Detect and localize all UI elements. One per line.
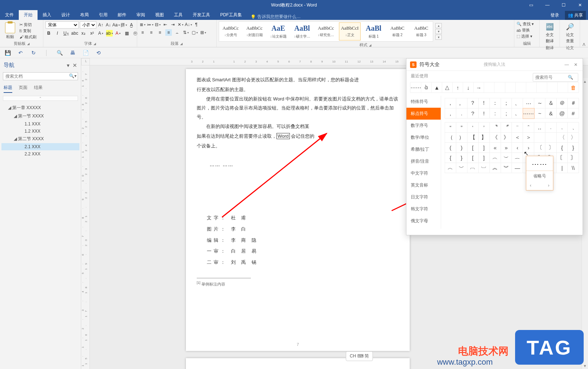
symbol-cell[interactable]: 〔 xyxy=(534,143,545,153)
tell-me-search[interactable]: 💡 告诉我您想要做什么… xyxy=(251,14,301,20)
symbol-category[interactable]: 日文字符 xyxy=(406,191,441,203)
recent-symbol[interactable]: ɑ̀ xyxy=(421,82,432,93)
symbol-cell[interactable]: : xyxy=(490,108,501,119)
align-center-icon[interactable]: ≡ xyxy=(148,29,154,36)
recent-symbol-empty[interactable] xyxy=(484,82,495,93)
para-dialog-icon[interactable]: ◢ xyxy=(180,42,183,46)
symbol-cell[interactable]: ︿ xyxy=(445,163,456,173)
symbol-cell[interactable]: # xyxy=(568,108,579,119)
numbering-icon[interactable]: ≔ xyxy=(147,21,153,28)
nav-tab-results[interactable]: 结果 xyxy=(34,85,43,93)
recent-symbol-empty[interactable] xyxy=(505,82,516,93)
symbol-cell[interactable]: 》 xyxy=(501,133,512,143)
symbol-cell[interactable]: ＠ xyxy=(557,98,568,108)
tab-home[interactable]: 开始 xyxy=(19,10,38,20)
symbol-cell[interactable]: ‥ xyxy=(534,123,545,133)
symbol-cell[interactable]: { xyxy=(557,143,568,153)
symbol-cell[interactable]: › xyxy=(523,143,534,153)
symbol-category[interactable]: 拼音/注音 xyxy=(406,155,441,167)
borders-icon[interactable]: ⊞ xyxy=(200,29,206,36)
symbol-cell[interactable]: ? xyxy=(467,108,479,119)
symbol-cell[interactable]: « xyxy=(490,143,501,153)
symbol-cell[interactable] xyxy=(534,133,545,143)
symbol-cell[interactable]: ‘ xyxy=(467,123,479,133)
paste-button[interactable]: 粘贴 xyxy=(2,22,18,39)
search-icon[interactable]: 🔍▾ xyxy=(69,73,77,78)
tooltip-next-icon[interactable]: › xyxy=(548,183,549,188)
nav-tree-node[interactable]: 2.1 XXX xyxy=(1,143,79,150)
style-item[interactable]: AaBl标题 1 xyxy=(363,22,384,40)
symbol-cell[interactable]: 〉 xyxy=(568,133,579,143)
symbol-cell[interactable]: ︽ xyxy=(490,163,501,173)
symbol-cell[interactable]: — xyxy=(512,163,523,173)
qat-field-icon[interactable]: ⟲ xyxy=(95,50,102,56)
symbol-cell[interactable]: { xyxy=(445,153,456,163)
nav-search-input[interactable] xyxy=(3,72,78,80)
document-page-next[interactable] xyxy=(186,358,410,369)
scroll-down-icon[interactable]: ▼ xyxy=(582,362,588,369)
qat-save-icon[interactable]: 💾 xyxy=(4,50,11,56)
strike-icon[interactable]: abc xyxy=(71,30,78,37)
asian-layout-icon[interactable]: ✕ xyxy=(177,21,184,28)
bold-icon[interactable]: B xyxy=(45,30,52,37)
symbol-cell[interactable]: ; xyxy=(501,108,512,119)
sym-close-icon[interactable]: ✕ xyxy=(572,61,579,68)
recent-symbol-empty[interactable] xyxy=(495,82,505,93)
nav-expand-button[interactable]: ⌃ xyxy=(3,96,78,101)
style-more-button[interactable]: ▾ xyxy=(435,35,442,40)
symbol-cell[interactable]: ( xyxy=(445,143,456,153)
symbol-cell[interactable]: ︹ xyxy=(467,163,479,173)
font-size-select[interactable]: 小四 xyxy=(80,21,96,29)
symbol-cell[interactable]: ︷ xyxy=(512,153,523,163)
translate-button[interactable]: 🔤 全文 翻译 xyxy=(542,21,557,44)
symbol-cell[interactable]: 。 xyxy=(456,98,467,108)
document-page[interactable]: 图表或 SmartArt 图形时会更改以匹配新的主题。当应用样式时，您的标题会进… xyxy=(186,69,410,351)
style-scroll-up[interactable]: ▴ xyxy=(435,23,442,28)
style-item[interactable]: AaBbCc↓研究生… xyxy=(315,22,337,40)
symbol-cell[interactable]: ： xyxy=(490,98,501,108)
increase-font-icon[interactable]: A↑ xyxy=(97,22,104,28)
tab-mailings[interactable]: 邮件 xyxy=(113,10,131,20)
symbol-search-input[interactable] xyxy=(535,75,568,80)
sym-minimize-icon[interactable]: — xyxy=(563,61,570,68)
symbol-cell[interactable]: ﹀ xyxy=(456,163,467,173)
nav-tab-headings[interactable]: 标题 xyxy=(4,85,12,93)
symbol-cell[interactable]: ~ xyxy=(534,108,545,119)
tab-pdf[interactable]: PDF工具集 xyxy=(215,10,247,20)
symbol-cell[interactable]: } xyxy=(568,143,579,153)
recent-symbol[interactable]: △ xyxy=(442,82,453,93)
symbol-cell[interactable]: } xyxy=(456,153,467,163)
minimize-icon[interactable]: — xyxy=(539,0,556,10)
symbol-cell[interactable]: @ xyxy=(557,108,568,119)
indent-dec-icon[interactable]: ⇤ xyxy=(162,21,169,28)
multilevel-icon[interactable]: ⊟ xyxy=(154,21,161,28)
qat-print-icon[interactable]: 🖶 xyxy=(69,50,76,56)
subscript-icon[interactable]: x₂ xyxy=(80,30,87,37)
font-color-icon[interactable]: A xyxy=(115,30,121,37)
symbol-cell[interactable]: 】 xyxy=(479,133,490,143)
symbol-cell[interactable]: 、 xyxy=(512,98,523,108)
maximize-icon[interactable]: ☐ xyxy=(556,0,572,10)
symbol-cell[interactable]: 【 xyxy=(467,133,479,143)
symbol-cell[interactable]: 〘 xyxy=(557,153,568,163)
recent-symbol[interactable]: → xyxy=(474,82,484,93)
style-item[interactable]: AaBl↓硕士学… xyxy=(291,22,313,40)
tab-layout[interactable]: 布局 xyxy=(75,10,94,20)
replace-button[interactable]: ab 替换 xyxy=(517,27,537,33)
symbol-cell[interactable]: [ xyxy=(467,143,479,153)
symbol-cell[interactable]: \\ xyxy=(568,163,579,173)
symbol-cell[interactable]: ︶ xyxy=(501,153,512,163)
nav-pane-close-icon[interactable]: ✕ xyxy=(73,62,77,69)
nav-tree-node[interactable]: 2.2 XXX xyxy=(1,150,79,158)
symbol-cell[interactable]: （ xyxy=(445,133,456,143)
font-dialog-icon[interactable]: ◢ xyxy=(93,42,96,46)
symbol-cell[interactable]: ! xyxy=(479,108,490,119)
symbol-cell[interactable]: ‹ xyxy=(512,143,523,153)
italic-icon[interactable]: I xyxy=(54,30,61,37)
distribute-icon[interactable]: ⫠ xyxy=(174,29,180,36)
recent-symbol-empty[interactable] xyxy=(558,82,568,93)
ribbon-options-icon[interactable]: ▭ xyxy=(523,0,539,10)
qat-redo-icon[interactable]: ↻ xyxy=(30,50,37,56)
symbol-cell[interactable]: ＃ xyxy=(568,98,579,108)
show-marks-icon[interactable]: ¶ xyxy=(193,21,200,28)
